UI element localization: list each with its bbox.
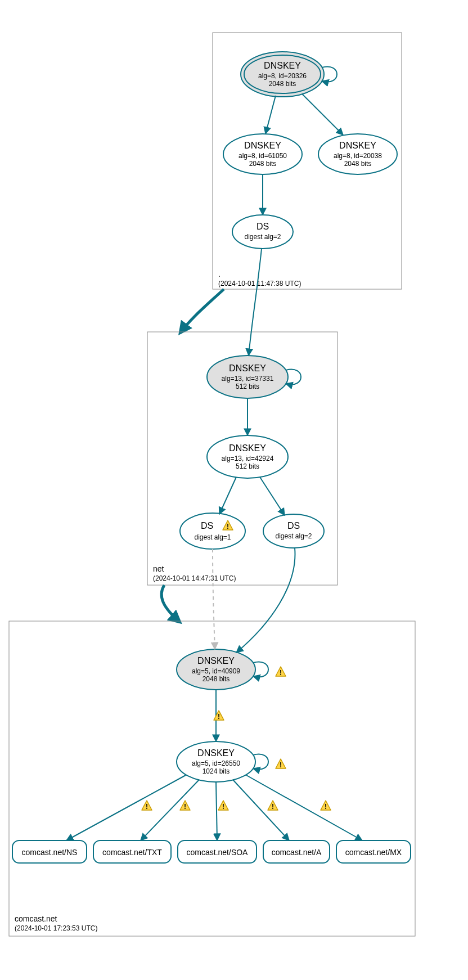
node-root-ds: DS digest alg=2 — [232, 215, 293, 249]
svg-text:alg=13, id=42924: alg=13, id=42924 — [222, 455, 274, 462]
node-rr-a: comcast.net/A — [263, 840, 330, 863]
edge-net-to-comcast-zone — [161, 585, 180, 622]
svg-text:digest alg=2: digest alg=2 — [244, 233, 281, 241]
node-rr-ns: comcast.net/NS — [12, 840, 87, 863]
warning-icon: ! — [142, 801, 152, 811]
svg-text:!: ! — [218, 713, 220, 721]
zone-comcast-timestamp: (2024-10-01 17:23:53 UTC) — [15, 924, 97, 932]
svg-text:2048 bits: 2048 bits — [249, 160, 277, 168]
edge-zsk-to-ns — [66, 775, 186, 840]
svg-text:DNSKEY: DNSKEY — [264, 61, 301, 70]
warning-icon: ! — [321, 801, 331, 811]
node-root-zsk2: DNSKEY alg=8, id=20038 2048 bits — [318, 134, 397, 174]
svg-text:DNSKEY: DNSKEY — [197, 748, 235, 758]
edge-zsk-to-a — [233, 780, 289, 840]
svg-text:DNSKEY: DNSKEY — [339, 141, 376, 150]
node-rr-txt: comcast.net/TXT — [93, 840, 171, 863]
svg-text:!: ! — [227, 523, 229, 531]
node-comcast-zsk: DNSKEY alg=5, id=26550 1024 bits ! — [177, 741, 286, 782]
edge-root-ksk-to-zsk2 — [302, 94, 343, 135]
edge-net-ds2-to-comcast-ksk — [236, 548, 295, 653]
svg-text:!: ! — [272, 803, 274, 811]
svg-text:512 bits: 512 bits — [236, 383, 259, 390]
zone-root-timestamp: (2024-10-01 11:47:38 UTC) — [218, 280, 301, 287]
svg-text:alg=5, id=26550: alg=5, id=26550 — [192, 759, 240, 767]
edge-root-ds-to-net-ksk — [249, 249, 262, 356]
svg-text:!: ! — [184, 803, 186, 811]
svg-text:alg=5, id=40909: alg=5, id=40909 — [192, 667, 240, 675]
warning-icon: ! — [218, 801, 228, 811]
svg-text:comcast.net/SOA: comcast.net/SOA — [187, 848, 249, 857]
edge-root-ksk-to-zsk1 — [266, 96, 276, 134]
edge-net-zsk-to-ds1 — [219, 477, 236, 514]
svg-text:2048 bits: 2048 bits — [344, 160, 372, 168]
node-net-ksk: DNSKEY alg=13, id=37331 512 bits — [207, 356, 301, 398]
svg-text:DNSKEY: DNSKEY — [197, 656, 235, 666]
svg-text:2048 bits: 2048 bits — [202, 675, 230, 683]
node-comcast-ksk: DNSKEY alg=5, id=40909 2048 bits ! — [177, 649, 286, 690]
svg-text:digest alg=1: digest alg=1 — [194, 533, 231, 541]
svg-text:!: ! — [146, 803, 148, 811]
warning-icon: ! — [276, 759, 286, 769]
node-rr-soa: comcast.net/SOA — [178, 840, 256, 863]
svg-text:comcast.net/TXT: comcast.net/TXT — [102, 848, 162, 857]
edge-net-ds1-to-comcast-ksk — [213, 549, 215, 649]
svg-point-31 — [263, 514, 324, 548]
zone-net-label: net — [153, 564, 164, 573]
svg-point-14 — [232, 215, 293, 249]
svg-text:!: ! — [325, 803, 327, 811]
node-root-zsk1: DNSKEY alg=8, id=61050 2048 bits — [223, 134, 302, 174]
svg-text:DNSKEY: DNSKEY — [229, 363, 266, 373]
warning-icon: ! — [276, 667, 286, 677]
edge-net-zsk-to-ds2 — [260, 477, 285, 515]
svg-text:alg=13, id=37331: alg=13, id=37331 — [222, 375, 274, 383]
svg-text:512 bits: 512 bits — [236, 462, 259, 470]
svg-text:comcast.net/MX: comcast.net/MX — [345, 848, 402, 857]
svg-text:DNSKEY: DNSKEY — [229, 443, 266, 453]
node-net-ds1: DS digest alg=1 ! — [180, 513, 245, 549]
warning-icon: ! — [268, 801, 278, 811]
svg-text:1024 bits: 1024 bits — [202, 767, 230, 775]
node-net-ds2: DS digest alg=2 — [263, 514, 324, 548]
svg-text:comcast.net/A: comcast.net/A — [272, 848, 322, 857]
svg-text:DNSKEY: DNSKEY — [244, 141, 281, 150]
svg-text:alg=8, id=20038: alg=8, id=20038 — [334, 152, 382, 160]
svg-text:alg=8, id=20326: alg=8, id=20326 — [258, 72, 307, 80]
zone-net-timestamp: (2024-10-01 14:47:31 UTC) — [153, 574, 236, 582]
svg-text:!: ! — [280, 761, 282, 769]
edge-zsk-to-mx — [246, 775, 362, 840]
svg-text:!: ! — [222, 803, 224, 811]
svg-text:DS: DS — [287, 521, 300, 531]
warning-icon: ! — [214, 711, 224, 721]
svg-text:comcast.net/NS: comcast.net/NS — [22, 848, 78, 857]
node-rr-mx: comcast.net/MX — [336, 840, 411, 863]
svg-text:alg=8, id=61050: alg=8, id=61050 — [238, 152, 287, 160]
node-net-zsk: DNSKEY alg=13, id=42924 512 bits — [207, 435, 288, 478]
svg-text:!: ! — [280, 669, 282, 677]
edge-zsk-to-soa — [216, 782, 217, 840]
svg-text:2048 bits: 2048 bits — [269, 80, 296, 88]
zone-comcast-label: comcast.net — [15, 914, 57, 923]
zone-root-label: . — [218, 269, 220, 278]
svg-point-26 — [180, 513, 245, 549]
edge-root-to-net-zone — [180, 289, 224, 333]
svg-text:digest alg=2: digest alg=2 — [275, 532, 312, 540]
svg-text:DS: DS — [201, 521, 213, 531]
node-root-ksk: DNSKEY alg=8, id=20326 2048 bits — [241, 52, 337, 97]
warning-icon: ! — [180, 801, 190, 811]
svg-text:DS: DS — [256, 222, 269, 231]
